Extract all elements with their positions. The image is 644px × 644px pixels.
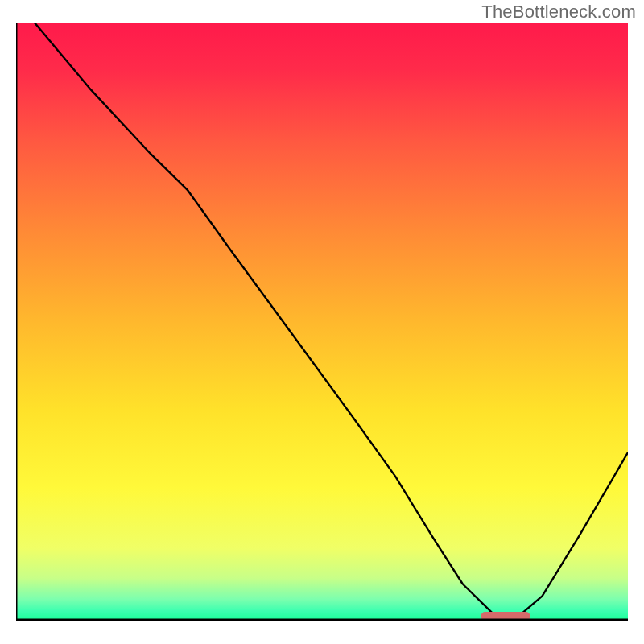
gradient-background [16, 23, 628, 620]
watermark-text: TheBottleneck.com [481, 2, 636, 23]
chart-container [16, 23, 628, 631]
bottleneck-chart [16, 23, 628, 631]
